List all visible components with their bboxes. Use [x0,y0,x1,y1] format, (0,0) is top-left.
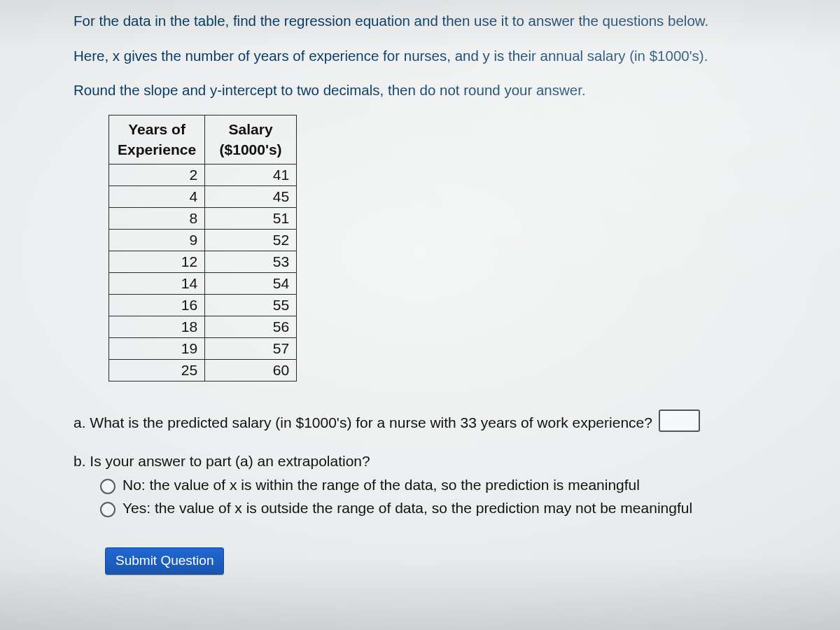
cell-x: 8 [109,207,205,229]
cell-y: 54 [205,272,297,294]
table-header-experience: Years of Experience [109,115,205,164]
cell-y: 55 [205,294,297,316]
cell-x: 14 [109,272,205,294]
table-row: 952 [109,229,297,251]
cell-y: 53 [205,251,297,272]
cell-x: 18 [109,316,205,337]
option-no-label: No: the value of x is within the range o… [122,477,640,493]
table-row: 2560 [109,359,297,381]
cell-y: 56 [205,316,297,337]
table-row: 241 [109,164,297,186]
question-content: For the data in the table, find the regr… [74,10,819,575]
cell-y: 60 [205,359,297,381]
cell-x: 12 [109,251,205,272]
data-table-wrap: Years of Experience Salary ($1000's) 241… [108,115,819,382]
option-no[interactable]: No: the value of x is within the range o… [100,477,819,494]
intro-line-2: Here, x gives the number of years of exp… [74,46,819,66]
cell-x: 19 [109,337,205,359]
cell-x: 9 [109,229,205,251]
table-header-salary-line1: Salary [229,121,273,137]
table-row: 1454 [109,272,297,294]
table-row: 1253 [109,251,297,272]
data-table-body: 241 445 851 952 1253 1454 1655 1856 1957… [109,164,297,381]
question-b-options: No: the value of x is within the range o… [100,477,819,517]
submit-button[interactable]: Submit Question [105,547,224,575]
cell-y: 45 [205,186,297,207]
cell-y: 52 [205,229,297,251]
data-table: Years of Experience Salary ($1000's) 241… [108,115,297,382]
option-yes[interactable]: Yes: the value of x is outside the range… [100,500,819,517]
cell-x: 25 [109,359,205,381]
question-a-text: a. What is the predicted salary (in $100… [74,414,652,430]
cell-x: 2 [109,164,205,186]
table-row: 1856 [109,316,297,337]
table-row: 445 [109,186,297,207]
intro-line-3: Round the slope and y-intercept to two d… [74,80,819,101]
question-b-text: b. Is your answer to part (a) an extrapo… [74,453,819,470]
question-block: a. What is the predicted salary (in $100… [74,410,819,575]
table-row: 1655 [109,294,297,316]
answer-input-a[interactable] [659,410,700,432]
table-row: 1957 [109,337,297,359]
cell-x: 4 [109,186,205,207]
radio-icon[interactable] [100,502,115,517]
table-row: 851 [109,207,297,229]
cell-y: 57 [205,337,297,359]
cell-x: 16 [109,294,205,316]
intro-line-1: For the data in the table, find the regr… [74,10,819,31]
table-header-experience-line2: Experience [118,141,196,158]
table-header-salary: Salary ($1000's) [205,115,297,164]
option-yes-label: Yes: the value of x is outside the range… [122,500,692,517]
table-header-experience-line1: Years of [128,121,186,137]
question-a: a. What is the predicted salary (in $100… [74,410,819,432]
radio-icon[interactable] [100,479,115,494]
cell-y: 51 [205,207,297,229]
table-header-salary-line2: ($1000's) [220,141,282,158]
cell-y: 41 [205,164,297,186]
prompt-intro: For the data in the table, find the regr… [74,10,819,101]
